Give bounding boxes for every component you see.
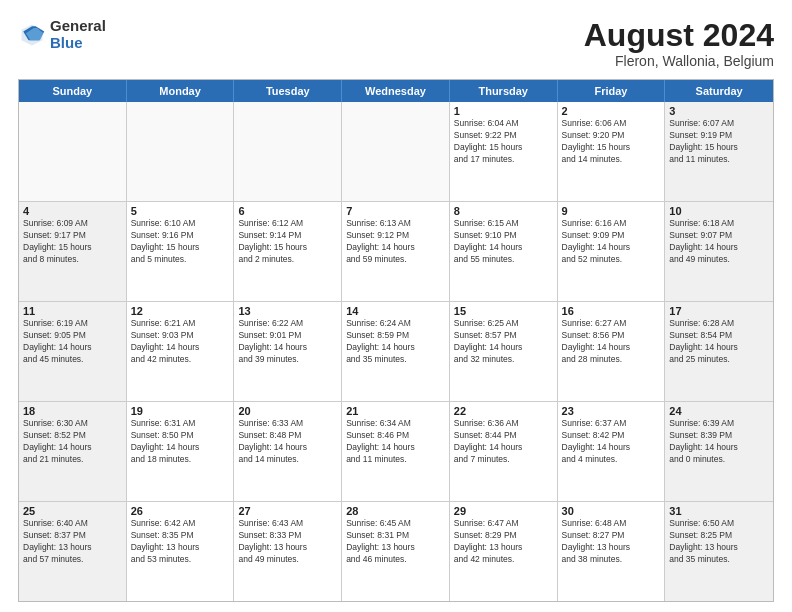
day-cell-2: 2Sunrise: 6:06 AM Sunset: 9:20 PM Daylig…: [558, 102, 666, 201]
day-number: 1: [454, 105, 553, 117]
day-detail: Sunrise: 6:12 AM Sunset: 9:14 PM Dayligh…: [238, 218, 337, 266]
calendar: SundayMondayTuesdayWednesdayThursdayFrid…: [18, 79, 774, 602]
header-day-saturday: Saturday: [665, 80, 773, 102]
day-number: 13: [238, 305, 337, 317]
day-cell-24: 24Sunrise: 6:39 AM Sunset: 8:39 PM Dayli…: [665, 402, 773, 501]
day-number: 15: [454, 305, 553, 317]
logo-blue: Blue: [50, 34, 83, 51]
day-number: 16: [562, 305, 661, 317]
day-cell-27: 27Sunrise: 6:43 AM Sunset: 8:33 PM Dayli…: [234, 502, 342, 601]
day-cell-19: 19Sunrise: 6:31 AM Sunset: 8:50 PM Dayli…: [127, 402, 235, 501]
day-number: 30: [562, 505, 661, 517]
calendar-header: SundayMondayTuesdayWednesdayThursdayFrid…: [19, 80, 773, 102]
day-detail: Sunrise: 6:25 AM Sunset: 8:57 PM Dayligh…: [454, 318, 553, 366]
day-detail: Sunrise: 6:47 AM Sunset: 8:29 PM Dayligh…: [454, 518, 553, 566]
logo-icon: [18, 21, 46, 49]
day-detail: Sunrise: 6:50 AM Sunset: 8:25 PM Dayligh…: [669, 518, 769, 566]
day-detail: Sunrise: 6:43 AM Sunset: 8:33 PM Dayligh…: [238, 518, 337, 566]
day-detail: Sunrise: 6:07 AM Sunset: 9:19 PM Dayligh…: [669, 118, 769, 166]
empty-cell: [234, 102, 342, 201]
day-cell-28: 28Sunrise: 6:45 AM Sunset: 8:31 PM Dayli…: [342, 502, 450, 601]
header-day-sunday: Sunday: [19, 80, 127, 102]
empty-cell: [342, 102, 450, 201]
day-number: 24: [669, 405, 769, 417]
day-detail: Sunrise: 6:06 AM Sunset: 9:20 PM Dayligh…: [562, 118, 661, 166]
day-detail: Sunrise: 6:09 AM Sunset: 9:17 PM Dayligh…: [23, 218, 122, 266]
day-detail: Sunrise: 6:33 AM Sunset: 8:48 PM Dayligh…: [238, 418, 337, 466]
header: General Blue August 2024 Fleron, Walloni…: [18, 18, 774, 69]
day-cell-30: 30Sunrise: 6:48 AM Sunset: 8:27 PM Dayli…: [558, 502, 666, 601]
day-number: 3: [669, 105, 769, 117]
day-detail: Sunrise: 6:40 AM Sunset: 8:37 PM Dayligh…: [23, 518, 122, 566]
header-day-wednesday: Wednesday: [342, 80, 450, 102]
day-detail: Sunrise: 6:42 AM Sunset: 8:35 PM Dayligh…: [131, 518, 230, 566]
empty-cell: [127, 102, 235, 201]
day-number: 7: [346, 205, 445, 217]
day-detail: Sunrise: 6:22 AM Sunset: 9:01 PM Dayligh…: [238, 318, 337, 366]
day-cell-29: 29Sunrise: 6:47 AM Sunset: 8:29 PM Dayli…: [450, 502, 558, 601]
day-number: 2: [562, 105, 661, 117]
day-detail: Sunrise: 6:31 AM Sunset: 8:50 PM Dayligh…: [131, 418, 230, 466]
day-detail: Sunrise: 6:13 AM Sunset: 9:12 PM Dayligh…: [346, 218, 445, 266]
day-detail: Sunrise: 6:48 AM Sunset: 8:27 PM Dayligh…: [562, 518, 661, 566]
day-number: 11: [23, 305, 122, 317]
day-number: 27: [238, 505, 337, 517]
day-cell-15: 15Sunrise: 6:25 AM Sunset: 8:57 PM Dayli…: [450, 302, 558, 401]
day-cell-8: 8Sunrise: 6:15 AM Sunset: 9:10 PM Daylig…: [450, 202, 558, 301]
day-number: 12: [131, 305, 230, 317]
day-number: 21: [346, 405, 445, 417]
day-number: 26: [131, 505, 230, 517]
day-detail: Sunrise: 6:39 AM Sunset: 8:39 PM Dayligh…: [669, 418, 769, 466]
day-detail: Sunrise: 6:27 AM Sunset: 8:56 PM Dayligh…: [562, 318, 661, 366]
day-number: 9: [562, 205, 661, 217]
day-number: 10: [669, 205, 769, 217]
day-number: 8: [454, 205, 553, 217]
calendar-row-0: 1Sunrise: 6:04 AM Sunset: 9:22 PM Daylig…: [19, 102, 773, 201]
title-block: August 2024 Fleron, Wallonia, Belgium: [584, 18, 774, 69]
day-detail: Sunrise: 6:34 AM Sunset: 8:46 PM Dayligh…: [346, 418, 445, 466]
header-day-friday: Friday: [558, 80, 666, 102]
logo: General Blue: [18, 18, 106, 51]
day-cell-4: 4Sunrise: 6:09 AM Sunset: 9:17 PM Daylig…: [19, 202, 127, 301]
day-number: 20: [238, 405, 337, 417]
day-cell-16: 16Sunrise: 6:27 AM Sunset: 8:56 PM Dayli…: [558, 302, 666, 401]
day-detail: Sunrise: 6:28 AM Sunset: 8:54 PM Dayligh…: [669, 318, 769, 366]
day-cell-3: 3Sunrise: 6:07 AM Sunset: 9:19 PM Daylig…: [665, 102, 773, 201]
logo-general: General: [50, 17, 106, 34]
day-detail: Sunrise: 6:24 AM Sunset: 8:59 PM Dayligh…: [346, 318, 445, 366]
day-number: 4: [23, 205, 122, 217]
calendar-row-2: 11Sunrise: 6:19 AM Sunset: 9:05 PM Dayli…: [19, 301, 773, 401]
day-detail: Sunrise: 6:10 AM Sunset: 9:16 PM Dayligh…: [131, 218, 230, 266]
day-cell-13: 13Sunrise: 6:22 AM Sunset: 9:01 PM Dayli…: [234, 302, 342, 401]
header-day-tuesday: Tuesday: [234, 80, 342, 102]
day-cell-5: 5Sunrise: 6:10 AM Sunset: 9:16 PM Daylig…: [127, 202, 235, 301]
month-year: August 2024: [584, 18, 774, 53]
day-detail: Sunrise: 6:21 AM Sunset: 9:03 PM Dayligh…: [131, 318, 230, 366]
header-day-monday: Monday: [127, 80, 235, 102]
day-cell-22: 22Sunrise: 6:36 AM Sunset: 8:44 PM Dayli…: [450, 402, 558, 501]
day-number: 22: [454, 405, 553, 417]
day-cell-18: 18Sunrise: 6:30 AM Sunset: 8:52 PM Dayli…: [19, 402, 127, 501]
day-cell-6: 6Sunrise: 6:12 AM Sunset: 9:14 PM Daylig…: [234, 202, 342, 301]
day-detail: Sunrise: 6:45 AM Sunset: 8:31 PM Dayligh…: [346, 518, 445, 566]
calendar-row-4: 25Sunrise: 6:40 AM Sunset: 8:37 PM Dayli…: [19, 501, 773, 601]
day-number: 28: [346, 505, 445, 517]
calendar-row-3: 18Sunrise: 6:30 AM Sunset: 8:52 PM Dayli…: [19, 401, 773, 501]
header-day-thursday: Thursday: [450, 80, 558, 102]
day-detail: Sunrise: 6:04 AM Sunset: 9:22 PM Dayligh…: [454, 118, 553, 166]
day-cell-1: 1Sunrise: 6:04 AM Sunset: 9:22 PM Daylig…: [450, 102, 558, 201]
day-detail: Sunrise: 6:15 AM Sunset: 9:10 PM Dayligh…: [454, 218, 553, 266]
day-cell-14: 14Sunrise: 6:24 AM Sunset: 8:59 PM Dayli…: [342, 302, 450, 401]
day-cell-31: 31Sunrise: 6:50 AM Sunset: 8:25 PM Dayli…: [665, 502, 773, 601]
day-number: 5: [131, 205, 230, 217]
calendar-body: 1Sunrise: 6:04 AM Sunset: 9:22 PM Daylig…: [19, 102, 773, 601]
location: Fleron, Wallonia, Belgium: [584, 53, 774, 69]
day-cell-26: 26Sunrise: 6:42 AM Sunset: 8:35 PM Dayli…: [127, 502, 235, 601]
day-number: 25: [23, 505, 122, 517]
day-cell-12: 12Sunrise: 6:21 AM Sunset: 9:03 PM Dayli…: [127, 302, 235, 401]
day-number: 14: [346, 305, 445, 317]
empty-cell: [19, 102, 127, 201]
day-cell-7: 7Sunrise: 6:13 AM Sunset: 9:12 PM Daylig…: [342, 202, 450, 301]
day-number: 23: [562, 405, 661, 417]
day-number: 17: [669, 305, 769, 317]
